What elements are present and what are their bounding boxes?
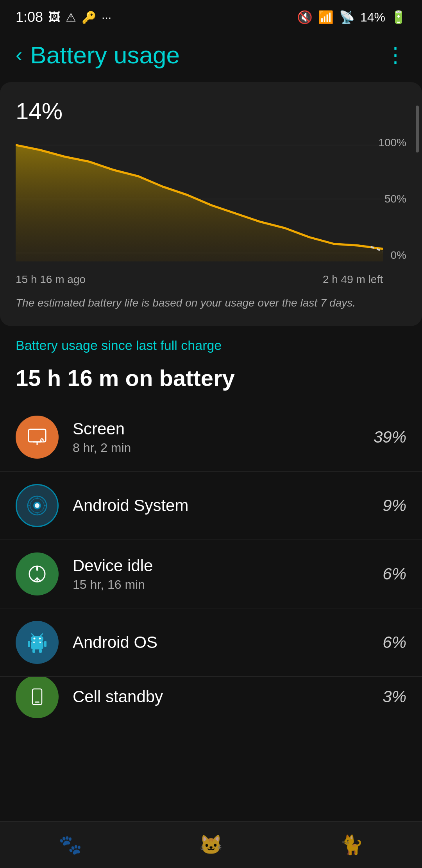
chart-time-left: 15 h 16 m ago (16, 273, 86, 286)
cell-standby-info: Cell standby (73, 687, 368, 706)
cat-bowl-icon: 🐱 (199, 834, 223, 856)
svg-point-26 (39, 638, 41, 640)
svg-line-22 (32, 634, 34, 636)
screen-name: Screen (73, 420, 359, 438)
device-idle-percent: 6% (383, 565, 406, 583)
wifi-icon: 📶 (318, 10, 334, 25)
bottom-nav: 🐾 🐱 🐈 (0, 821, 422, 868)
scrollbar[interactable] (416, 106, 419, 152)
chart-time-labels: 15 h 16 m ago 2 h 49 m left (16, 273, 406, 286)
cell-standby-svg-icon (25, 685, 49, 708)
chart-label-50: 50% (378, 193, 406, 205)
section-link[interactable]: Battery usage since last full charge (0, 326, 422, 357)
android-system-percent: 9% (383, 496, 406, 515)
screen-svg-icon (25, 425, 49, 449)
chart-label-0: 0% (378, 249, 406, 262)
android-os-icon (16, 621, 59, 664)
svg-rect-30 (39, 649, 42, 653)
header-left: ‹ Battery usage (16, 41, 180, 69)
signal-icon: 📡 (339, 10, 355, 25)
android-system-svg-icon (25, 494, 49, 517)
device-idle-info: Device idle 15 hr, 16 min (73, 556, 368, 592)
svg-rect-19 (31, 641, 43, 649)
android-system-icon (16, 484, 59, 527)
svg-rect-28 (44, 641, 46, 647)
android-os-percent: 6% (383, 633, 406, 652)
svg-point-25 (34, 638, 36, 640)
list-item[interactable]: Android OS 6% (0, 608, 422, 677)
device-idle-subtitle: 15 hr, 16 min (73, 577, 368, 592)
cat-icon: 🐈 (340, 834, 363, 856)
svg-rect-32 (35, 701, 39, 703)
battery-chart: 100% 50% 0% (16, 133, 406, 265)
device-idle-icon (16, 552, 59, 595)
status-key-icon: 🔑 (82, 11, 96, 24)
status-photo-icon: 🖼 (48, 11, 60, 24)
list-item[interactable]: Screen 8 hr, 2 min 39% (0, 403, 422, 472)
status-bar: 1:08 🖼 ⚠ 🔑 ··· 🔇 📶 📡 14% 🔋 (0, 0, 422, 31)
android-system-name: Android System (73, 496, 368, 515)
android-os-info: Android OS (73, 633, 368, 652)
status-alert-icon: ⚠ (66, 11, 76, 24)
svg-rect-24 (31, 636, 43, 642)
nav-item-cat-bowl[interactable]: 🐱 (199, 834, 223, 856)
status-left: 1:08 🖼 ⚠ 🔑 ··· (16, 9, 111, 25)
android-os-name: Android OS (73, 633, 368, 652)
header: ‹ Battery usage ⋮ (0, 31, 422, 78)
svg-point-11 (35, 503, 39, 508)
back-button[interactable]: ‹ (16, 43, 22, 66)
menu-button[interactable]: ⋮ (385, 43, 406, 66)
disclaimer-text: The estimated battery life is based on y… (16, 295, 406, 314)
page-title: Battery usage (30, 41, 180, 69)
svg-rect-27 (28, 641, 30, 647)
cell-standby-icon (16, 677, 59, 718)
battery-icon: 🔋 (391, 10, 406, 25)
device-idle-name: Device idle (73, 556, 368, 575)
list-item[interactable]: Device idle 15 hr, 16 min 6% (0, 540, 422, 608)
screen-percent: 39% (374, 428, 406, 447)
chart-time-right: 2 h 49 m left (323, 273, 383, 286)
list-item[interactable]: Android System 9% (0, 472, 422, 540)
status-more-icon: ··· (102, 11, 111, 24)
battery-status-text: 14% (360, 10, 385, 25)
app-list: Screen 8 hr, 2 min 39% Android System 9% (0, 403, 422, 728)
svg-rect-29 (32, 649, 35, 653)
paw-icon: 🐾 (59, 834, 82, 856)
screen-icon (16, 416, 59, 459)
android-os-svg-icon (25, 631, 49, 654)
svg-line-23 (40, 634, 43, 636)
chart-label-100: 100% (378, 136, 406, 149)
status-time: 1:08 (16, 9, 43, 25)
mute-icon: 🔇 (297, 10, 313, 25)
device-idle-svg-icon (25, 562, 49, 586)
nav-item-cat[interactable]: 🐈 (340, 834, 363, 856)
chart-labels-right: 100% 50% 0% (378, 133, 406, 265)
battery-chart-svg (16, 133, 383, 265)
battery-card: 14% (0, 82, 422, 326)
screen-subtitle: 8 hr, 2 min (73, 441, 359, 455)
android-system-info: Android System (73, 496, 368, 515)
battery-percent: 14% (16, 98, 406, 125)
status-right: 🔇 📶 📡 14% 🔋 (297, 10, 406, 25)
on-battery-duration: 15 h 16 m on battery (0, 357, 422, 403)
list-item[interactable]: Cell standby 3% (0, 677, 422, 728)
screen-info: Screen 8 hr, 2 min (73, 420, 359, 455)
cell-standby-name: Cell standby (73, 687, 368, 706)
cell-standby-percent: 3% (383, 687, 406, 706)
chart-svg-area (16, 133, 383, 265)
nav-item-paw[interactable]: 🐾 (59, 834, 82, 856)
